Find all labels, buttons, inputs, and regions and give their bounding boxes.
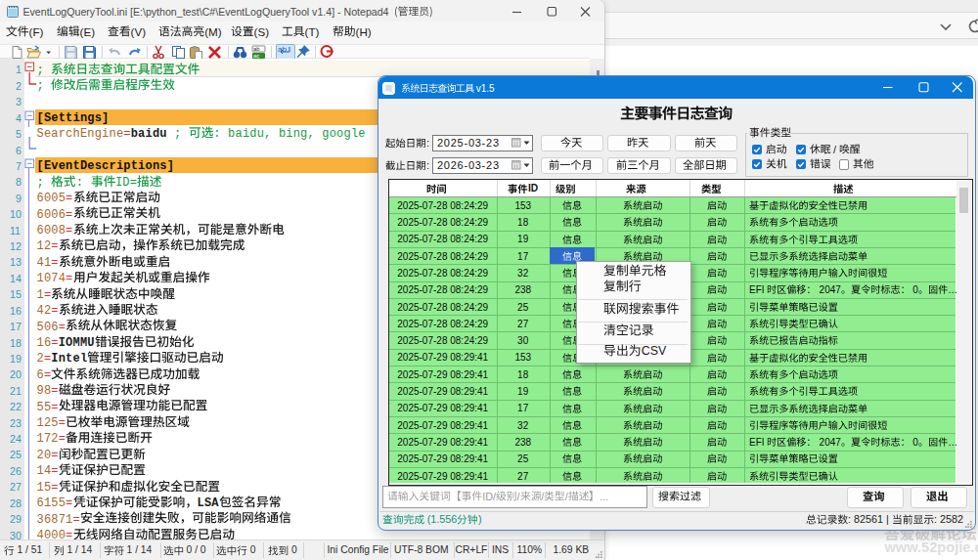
svg-text:ab: ab <box>278 45 287 54</box>
svg-text:ab: ab <box>253 46 260 52</box>
